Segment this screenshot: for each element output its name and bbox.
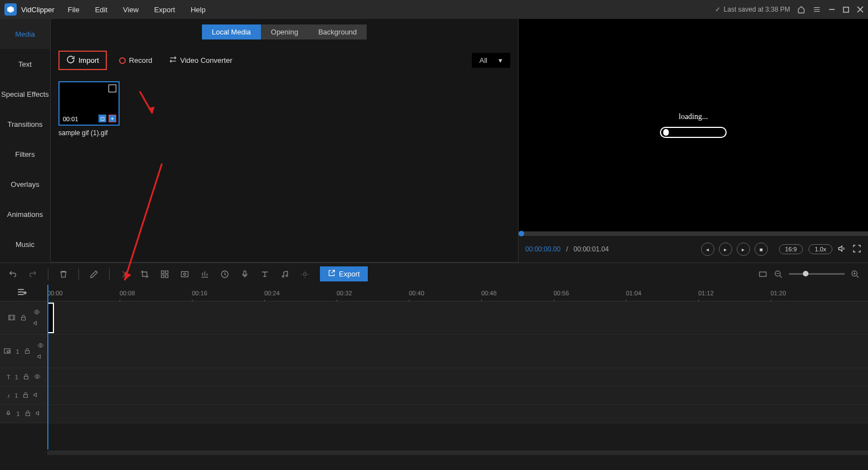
side-tab-media[interactable]: Media <box>0 19 50 49</box>
tick: 00:32 <box>337 290 352 296</box>
menu-export[interactable]: Export <box>154 6 175 14</box>
lock-icon[interactable] <box>24 410 31 418</box>
minimize-icon[interactable] <box>828 6 835 13</box>
side-tab-filters[interactable]: Filters <box>0 139 50 169</box>
media-tab-opening[interactable]: Opening <box>261 24 308 39</box>
lock-icon[interactable] <box>23 373 29 381</box>
close-icon[interactable] <box>857 6 864 13</box>
mute-icon[interactable] <box>33 320 40 328</box>
svg-point-15 <box>303 273 306 275</box>
svg-point-14 <box>286 275 288 276</box>
volume-icon[interactable] <box>838 244 847 255</box>
scrubber-handle[interactable] <box>519 231 524 236</box>
mosaic-icon[interactable] <box>160 269 170 279</box>
thumb-add-icon[interactable]: + <box>108 115 116 122</box>
lock-icon[interactable] <box>24 348 31 355</box>
export-button[interactable]: Export <box>320 266 368 281</box>
tick: 01:12 <box>698 290 714 296</box>
eye-icon[interactable] <box>34 373 41 381</box>
text-to-speech-icon[interactable] <box>260 269 270 279</box>
zoom-in-icon[interactable] <box>850 269 860 279</box>
track-body-pip[interactable] <box>47 335 868 368</box>
next-frame-button[interactable]: ▸ <box>737 243 750 256</box>
mute-icon[interactable] <box>33 392 40 399</box>
redo-icon[interactable] <box>28 269 38 279</box>
menu-view[interactable]: View <box>123 6 139 14</box>
video-clip[interactable] <box>47 303 54 333</box>
speed-button[interactable]: 1.0x <box>808 244 832 254</box>
zoom-slider[interactable] <box>789 273 845 275</box>
track-body-audio[interactable] <box>47 387 868 404</box>
aspect-ratio-button[interactable]: 16:9 <box>779 244 803 254</box>
zoom-out-icon[interactable] <box>773 269 783 279</box>
track-body-video[interactable] <box>47 301 868 334</box>
mute-icon[interactable] <box>36 410 42 418</box>
duration-icon[interactable] <box>220 269 230 279</box>
tick: 00:40 <box>409 290 425 296</box>
svg-rect-0 <box>844 7 849 12</box>
prev-frame-button[interactable]: ◂ <box>701 243 714 256</box>
freeze-icon[interactable] <box>180 269 190 279</box>
text-track[interactable]: T 1 <box>0 368 868 387</box>
maximize-icon[interactable] <box>843 7 849 13</box>
mic-track[interactable]: 1 <box>0 405 868 423</box>
audio-detach-icon[interactable] <box>280 269 290 279</box>
side-tab-effects[interactable]: Special Effects <box>0 79 50 109</box>
pip-track[interactable]: 1 <box>0 335 868 368</box>
horizontal-scrollbar[interactable] <box>0 449 868 456</box>
edit-icon[interactable] <box>89 269 99 279</box>
menu-edit[interactable]: Edit <box>95 6 107 14</box>
thumb-info-icon[interactable]: ⊡ <box>98 115 106 122</box>
lock-icon[interactable] <box>22 392 29 399</box>
media-tab-background[interactable]: Background <box>308 24 367 39</box>
import-button[interactable]: Import <box>58 51 107 70</box>
thumb-box[interactable]: 00:01 ⊡ + <box>58 81 120 126</box>
home-icon[interactable] <box>797 6 805 13</box>
eye-icon[interactable] <box>33 309 40 316</box>
lock-icon[interactable] <box>20 314 27 322</box>
media-tab-local[interactable]: Local Media <box>202 24 261 39</box>
voiceover-icon[interactable] <box>240 269 250 279</box>
preview-canvas[interactable]: loading... <box>519 19 868 231</box>
audio-track[interactable]: ♪ 1 <box>0 387 868 405</box>
timeline-ruler[interactable]: 00:00 00:08 00:16 00:24 00:32 00:40 00:4… <box>0 285 868 301</box>
video-track[interactable] <box>0 301 868 335</box>
stop-button[interactable]: ■ <box>754 243 768 256</box>
zoom-controls <box>758 269 860 279</box>
side-tab-music[interactable]: Music <box>0 229 50 259</box>
svg-rect-7 <box>161 275 164 278</box>
track-body-mic[interactable] <box>47 405 868 423</box>
side-tab-transitions[interactable]: Transitions <box>0 109 50 139</box>
menu-help[interactable]: Help <box>191 6 206 14</box>
side-tab-overlays[interactable]: Overlays <box>0 169 50 199</box>
fullscreen-icon[interactable] <box>852 244 861 255</box>
side-tab-text[interactable]: Text <box>0 49 50 79</box>
eye-icon[interactable] <box>37 342 44 350</box>
zoom-handle[interactable] <box>803 271 808 276</box>
converter-button[interactable]: Video Converter <box>165 52 237 68</box>
media-tabs: Local Media Opening Background <box>202 24 367 39</box>
hamburger-icon[interactable] <box>813 6 821 13</box>
import-icon <box>66 55 75 66</box>
preview-scrubber[interactable] <box>519 231 868 236</box>
track-body-text[interactable] <box>47 368 868 386</box>
expand-icon[interactable] <box>108 85 116 92</box>
enhance-icon[interactable] <box>300 269 310 279</box>
mute-icon[interactable] <box>37 353 44 361</box>
svg-rect-24 <box>25 350 29 353</box>
speed-icon[interactable] <box>200 269 210 279</box>
play-button[interactable]: ▸ <box>719 243 732 256</box>
media-thumb[interactable]: 00:01 ⊡ + sample gif (1).gif <box>58 81 120 137</box>
side-tab-animations[interactable]: Animations <box>0 199 50 229</box>
record-button[interactable]: Record <box>115 53 157 68</box>
crop-icon[interactable] <box>140 269 150 279</box>
filter-dropdown[interactable]: All ▾ <box>472 53 510 68</box>
menu-file[interactable]: File <box>68 6 80 14</box>
svg-rect-30 <box>26 413 29 416</box>
fit-icon[interactable] <box>758 269 768 279</box>
split-icon[interactable] <box>120 269 130 279</box>
add-track-icon[interactable] <box>17 287 27 299</box>
undo-icon[interactable] <box>8 269 18 279</box>
chevron-down-icon: ▾ <box>499 56 502 65</box>
delete-icon[interactable] <box>58 269 68 279</box>
